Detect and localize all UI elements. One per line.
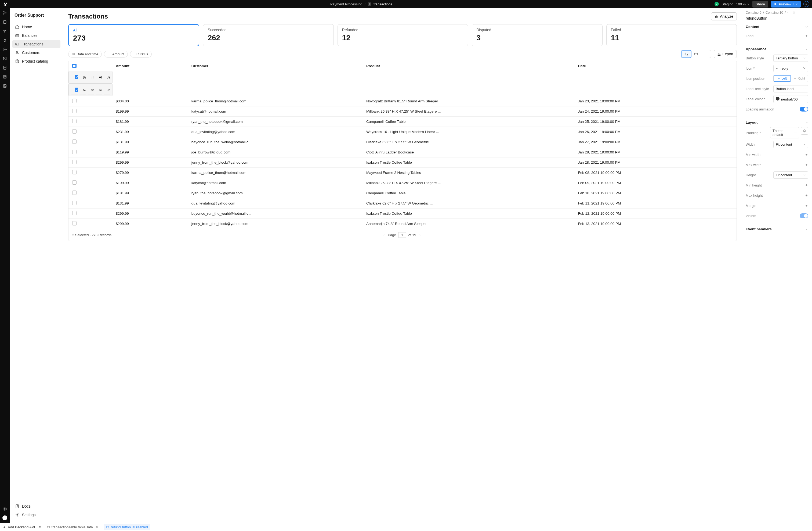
- col-amount[interactable]: Amount: [113, 61, 188, 71]
- nav-home[interactable]: Home: [12, 23, 60, 31]
- rail-theme-icon[interactable]: [2, 56, 8, 61]
- nav-settings[interactable]: Settings: [12, 511, 60, 519]
- table-row[interactable]: ✓$280.97j_law@hotmail.comAhart Frame Cof…: [69, 71, 113, 84]
- icon-input[interactable]: reply✕: [773, 65, 808, 72]
- section-event-handlers[interactable]: Event handlers: [746, 227, 808, 231]
- logo-icon[interactable]: [3, 1, 8, 7]
- page-prev[interactable]: ‹: [382, 232, 386, 238]
- stat-card-succeeded[interactable]: Succeeded262: [203, 24, 334, 46]
- col-product[interactable]: Product: [363, 61, 575, 71]
- table-row[interactable]: $119.99joe_burrow@icloud.comCiotti Alinr…: [69, 147, 737, 157]
- chevron-down-icon[interactable]: [794, 3, 798, 5]
- crumb-item[interactable]: Container10: [766, 11, 783, 14]
- nav-product-catalog[interactable]: Product catalog: [12, 57, 60, 66]
- padding-select[interactable]: Theme default: [770, 127, 799, 138]
- table-row[interactable]: $231.99dua_levitating@yahoo.comWaycross …: [69, 127, 737, 137]
- stat-card-refunded[interactable]: Refunded12: [337, 24, 468, 46]
- table-row[interactable]: $131.99beyonce_run_the_world@hotmail.c..…: [69, 137, 737, 147]
- table-row[interactable]: $181.99ryan_the_notebook@gmail.comCampan…: [69, 117, 737, 127]
- padding-expand-button[interactable]: [801, 127, 808, 135]
- row-checkbox[interactable]: [72, 191, 76, 195]
- filter-chip-status[interactable]: Status: [130, 51, 152, 57]
- rail-chat-icon[interactable]: [2, 515, 7, 520]
- icon-pos-right[interactable]: Right: [791, 75, 808, 82]
- height-select[interactable]: Fit content: [773, 171, 808, 179]
- row-checkbox[interactable]: [72, 150, 76, 154]
- section-layout[interactable]: Layout: [746, 121, 808, 124]
- nav-balances[interactable]: Balances: [12, 31, 60, 40]
- refund-button[interactable]: [681, 50, 691, 58]
- row-checkbox[interactable]: [72, 129, 76, 134]
- table-row[interactable]: $279.99karma_police_thom@hotmail.comMayw…: [69, 168, 737, 178]
- add-label-button[interactable]: ＋: [805, 33, 808, 38]
- icon-position-toggle[interactable]: LeftRight: [773, 75, 808, 82]
- page-next[interactable]: ›: [418, 232, 422, 238]
- row-checkbox[interactable]: [72, 99, 76, 103]
- row-checkbox[interactable]: [72, 160, 76, 164]
- add-margin[interactable]: ＋: [805, 203, 808, 208]
- export-button[interactable]: Export: [714, 50, 737, 58]
- crumb-item[interactable]: Container9: [746, 11, 762, 14]
- row-checkbox[interactable]: [72, 119, 76, 123]
- row-checkbox[interactable]: [72, 139, 76, 144]
- rail-state-icon[interactable]: [2, 28, 8, 34]
- loading-toggle[interactable]: [800, 107, 808, 112]
- col-date[interactable]: Date: [575, 61, 737, 71]
- more-actions-button[interactable]: [701, 50, 711, 58]
- env-label[interactable]: Staging: [722, 2, 733, 6]
- section-appearance[interactable]: Appearance: [746, 47, 808, 51]
- nav-docs[interactable]: Docs: [12, 502, 60, 511]
- table-row[interactable]: $299.99jenny_from_the_block@yahoo.comIsa…: [69, 157, 737, 168]
- label-color-select[interactable]: neutral700: [773, 95, 808, 103]
- breadcrumb-page[interactable]: transactions: [374, 2, 392, 6]
- share-button[interactable]: Share: [752, 1, 768, 8]
- width-select[interactable]: Fit content: [773, 141, 808, 148]
- component-name[interactable]: refundButton: [746, 16, 808, 20]
- row-checkbox[interactable]: [72, 211, 76, 215]
- rail-search-icon[interactable]: [2, 83, 8, 89]
- close-tab-icon[interactable]: ✕: [96, 525, 98, 529]
- email-button[interactable]: [691, 50, 701, 58]
- analyze-button[interactable]: Analyze: [711, 12, 737, 20]
- select-all-checkbox[interactable]: [72, 64, 76, 68]
- table-row[interactable]: $299.99beyonce_run_the_world@hotmail.c..…: [69, 209, 737, 219]
- rail-gear-icon[interactable]: [2, 47, 8, 52]
- table-row[interactable]: $299.99jenny_from_the_block@yahoo.comAnn…: [69, 219, 737, 229]
- more-icon[interactable]: ⋯: [787, 11, 791, 14]
- section-content[interactable]: Content: [746, 25, 808, 29]
- row-checkbox[interactable]: [72, 221, 76, 225]
- add-min-height[interactable]: ＋: [805, 183, 808, 187]
- rail-code-icon[interactable]: [2, 74, 8, 80]
- nav-customers[interactable]: Customers: [12, 48, 60, 57]
- row-checkbox[interactable]: ✓: [75, 88, 78, 92]
- row-checkbox[interactable]: ✓: [75, 75, 78, 79]
- table-row[interactable]: $181.99ryan_the_notebook@gmail.comCampan…: [69, 188, 737, 198]
- table-row[interactable]: $199.99katycat@hotmail.comMillbank 26.38…: [69, 178, 737, 188]
- close-icon[interactable]: ✕: [793, 11, 795, 14]
- icon-pos-left[interactable]: Left: [773, 75, 791, 82]
- user-avatar[interactable]: [803, 1, 809, 7]
- stat-card-disputed[interactable]: Disputed3: [472, 24, 602, 46]
- rail-page-icon[interactable]: [2, 19, 8, 25]
- zoom-control[interactable]: 100 %: [736, 2, 750, 6]
- rail-settings-icon[interactable]: [2, 506, 8, 512]
- rail-components-icon[interactable]: [2, 65, 8, 70]
- button-style-select[interactable]: Tertiary button: [773, 55, 808, 62]
- add-min-width[interactable]: ＋: [805, 152, 808, 157]
- add-backend-api[interactable]: ＋Add Backend API: [3, 525, 35, 530]
- rail-tree-icon[interactable]: [2, 10, 8, 16]
- bottom-tab-table-data[interactable]: transactionTable.tableData✕: [45, 524, 100, 530]
- visible-toggle[interactable]: [800, 213, 808, 218]
- row-checkbox[interactable]: [72, 201, 76, 205]
- table-row[interactable]: ✓$249.99bad_guy@gmail.comRenna Frame Cof…: [69, 84, 113, 96]
- table-row[interactable]: $131.99dua_levitating@yahoo.comClarklake…: [69, 198, 737, 209]
- stat-card-all[interactable]: All273: [68, 24, 199, 46]
- row-checkbox[interactable]: [72, 109, 76, 113]
- menu-icon[interactable]: ≡: [39, 525, 41, 529]
- table-row[interactable]: $334.00karma_police_thom@hotmail.comNovo…: [69, 96, 737, 107]
- filter-chip-amount[interactable]: Amount: [104, 51, 128, 57]
- table-row[interactable]: $199.99katycat@hotmail.comMillbank 26.38…: [69, 107, 737, 117]
- preview-button[interactable]: Preview: [771, 1, 801, 8]
- filter-chip-date-and-time[interactable]: Date and time: [68, 51, 102, 57]
- label-text-style-select[interactable]: Button label: [773, 85, 808, 93]
